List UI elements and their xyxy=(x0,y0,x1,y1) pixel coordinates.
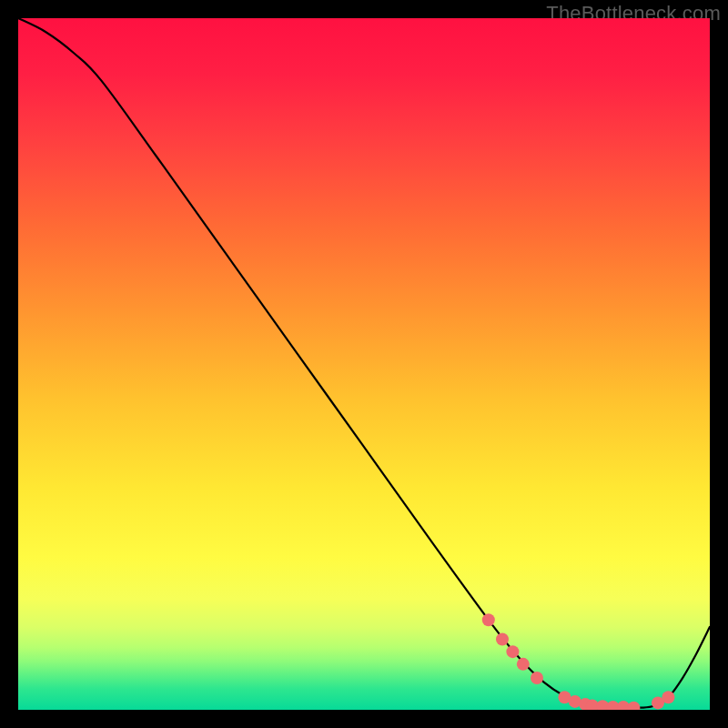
highlight-dot xyxy=(531,672,543,684)
highlight-dot xyxy=(482,613,495,626)
highlight-dot xyxy=(662,691,674,703)
highlight-dot xyxy=(506,645,519,658)
gradient-background xyxy=(18,18,710,710)
bottleneck-chart xyxy=(18,18,710,710)
chart-stage: TheBottleneck.com xyxy=(0,0,728,728)
highlight-dot xyxy=(496,632,509,645)
highlight-dot xyxy=(517,658,530,671)
